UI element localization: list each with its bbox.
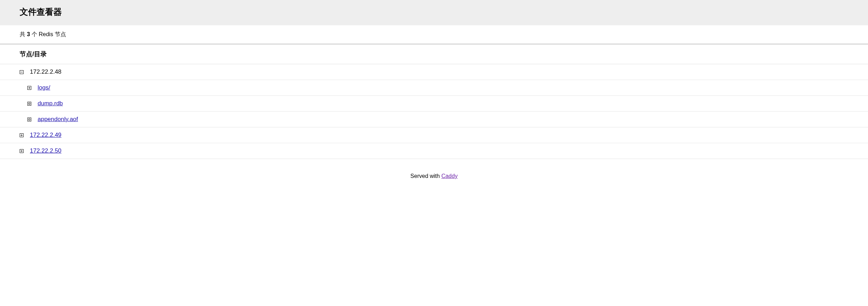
- section-header: 节点/目录: [0, 44, 868, 64]
- svg-rect-7: [28, 118, 31, 121]
- node-label: 172.22.2.48: [30, 68, 61, 75]
- collapse-icon: [20, 70, 24, 74]
- svg-rect-8: [29, 119, 30, 120]
- section-title: 节点/目录: [20, 50, 848, 58]
- folder-link[interactable]: logs/: [38, 84, 50, 91]
- page-header: 文件查看器: [0, 0, 868, 25]
- count-suffix: 个 Redis 节点: [30, 31, 66, 37]
- page-title: 文件查看器: [20, 6, 848, 18]
- tree-node-expanded[interactable]: 172.22.2.48: [0, 64, 868, 80]
- node-count-bar: 共 3 个 Redis 节点: [0, 25, 868, 44]
- expand-icon: [27, 86, 31, 90]
- tree-node-collapsed[interactable]: 172.22.2.49: [0, 127, 868, 143]
- file-link[interactable]: dump.rdb: [38, 100, 63, 107]
- svg-rect-6: [29, 103, 30, 104]
- file-icon: [27, 118, 31, 121]
- expand-icon: [20, 149, 24, 153]
- tree-item-folder[interactable]: logs/: [0, 80, 868, 96]
- svg-rect-5: [28, 102, 31, 105]
- expand-icon: [20, 133, 24, 137]
- footer-text: Served with: [410, 173, 441, 179]
- tree-node-collapsed[interactable]: 172.22.2.50: [0, 143, 868, 159]
- file-link[interactable]: appendonly.aof: [38, 116, 78, 123]
- footer: Served with Caddy: [0, 159, 868, 186]
- tree-item-file[interactable]: appendonly.aof: [0, 112, 868, 127]
- caddy-link[interactable]: Caddy: [441, 173, 458, 179]
- file-icon: [27, 102, 31, 106]
- tree-item-file[interactable]: dump.rdb: [0, 96, 868, 112]
- node-link[interactable]: 172.22.2.50: [30, 147, 61, 154]
- count-prefix: 共: [20, 31, 27, 37]
- node-link[interactable]: 172.22.2.49: [30, 132, 61, 139]
